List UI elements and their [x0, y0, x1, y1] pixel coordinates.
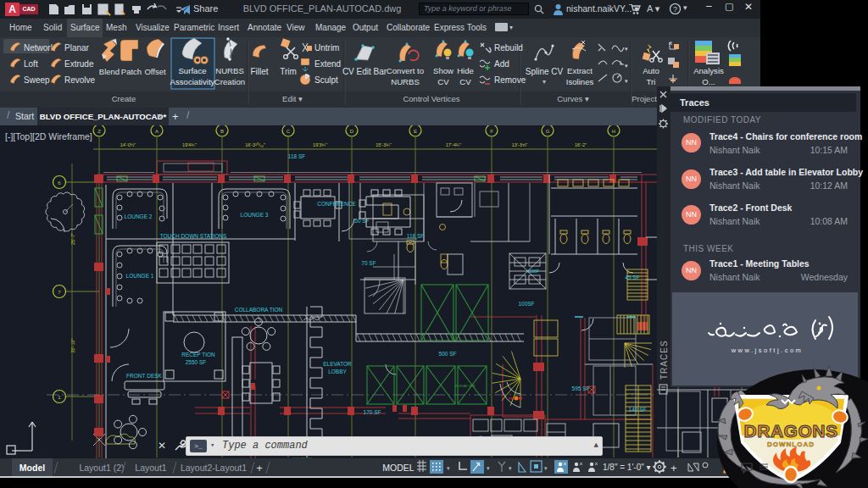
svg-text:118 SF: 118 SF — [288, 153, 306, 159]
svg-text:FRONT DESK: FRONT DESK — [126, 373, 162, 379]
svg-text:A: A — [155, 129, 159, 134]
svg-text:ELEVATOR: ELEVATOR — [323, 361, 352, 367]
svg-text:140 SF: 140 SF — [629, 407, 647, 413]
svg-text:Patch: Patch — [121, 67, 142, 76]
svg-text:19'4¾": 19'4¾" — [182, 142, 197, 147]
svg-text:595 SF: 595 SF — [572, 385, 590, 391]
svg-text:O...: O... — [702, 77, 715, 86]
svg-text:25'-7": 25'-7" — [70, 233, 75, 245]
svg-text:B: B — [220, 129, 224, 134]
svg-text:Extend: Extend — [314, 59, 341, 69]
svg-text:LOUNGE 3: LOUNGE 3 — [241, 212, 269, 218]
svg-text:Isolines: Isolines — [566, 77, 594, 86]
svg-text:Analysis: Analysis — [693, 66, 724, 75]
svg-text:Untrim: Untrim — [314, 43, 339, 53]
svg-text:Convert to: Convert to — [387, 66, 424, 75]
svg-text:Hide: Hide — [457, 66, 474, 75]
svg-text:Create: Create — [112, 94, 136, 103]
svg-text:16'-2": 16'-2" — [575, 142, 587, 147]
svg-text:C: C — [287, 129, 291, 134]
svg-text:Tri: Tri — [647, 77, 656, 86]
svg-text:Trim: Trim — [280, 67, 297, 76]
svg-text:Surface: Surface — [178, 66, 206, 75]
svg-text:Associativity: Associativity — [170, 77, 215, 86]
svg-text:20'-10": 20'-10" — [70, 338, 75, 352]
svg-text:16'-3¹⁵/₁₆": 16'-3¹⁵/₁₆" — [245, 142, 265, 147]
svg-text:Planar: Planar — [64, 43, 90, 53]
svg-text:+: + — [670, 462, 677, 474]
svg-text:CV Edit Bar: CV Edit Bar — [342, 67, 387, 76]
svg-text:CONFERENCE: CONFERENCE — [317, 201, 356, 207]
svg-text:Layout1: Layout1 — [135, 463, 167, 473]
svg-text:Layout2-Layout1: Layout2-Layout1 — [181, 463, 247, 473]
svg-text:45 SF: 45 SF — [625, 274, 639, 280]
svg-text:Rebuild: Rebuild — [494, 43, 523, 53]
svg-text:▾: ▾ — [544, 465, 548, 471]
svg-text:COLLABORA TION: COLLABORA TION — [235, 307, 283, 313]
svg-text:Loft: Loft — [24, 59, 38, 69]
svg-text:Auto: Auto — [643, 66, 659, 75]
svg-text:RECEP TION: RECEP TION — [181, 352, 215, 358]
svg-text:Blend: Blend — [99, 67, 120, 76]
svg-text:Layout1 (2): Layout1 (2) — [79, 463, 124, 473]
svg-text:▾: ▾ — [625, 78, 628, 84]
svg-text:Creation: Creation — [214, 77, 245, 86]
svg-text:LOBBY: LOBBY — [328, 369, 347, 374]
svg-text:Offset: Offset — [144, 67, 166, 76]
svg-text:LOUNGE 2: LOUNGE 2 — [125, 214, 153, 219]
svg-text:NURBS: NURBS — [215, 66, 244, 75]
svg-text:Sweep: Sweep — [24, 75, 50, 85]
svg-text:G: G — [546, 129, 550, 134]
svg-text:Curves ▾: Curves ▾ — [557, 94, 589, 103]
svg-text:TOUCH DOWN STATIONS: TOUCH DOWN STATIONS — [160, 233, 227, 239]
svg-text:www.jsoftj.com: www.jsoftj.com — [731, 347, 804, 354]
svg-text:15'-3¾": 15'-3¾" — [376, 142, 392, 147]
svg-text:Extrude: Extrude — [64, 59, 94, 69]
svg-text:Remove: Remove — [494, 75, 526, 85]
svg-text:70 SF: 70 SF — [361, 260, 376, 266]
svg-text:F: F — [490, 129, 493, 134]
svg-text:1008F: 1008F — [527, 269, 539, 274]
svg-text:MODEL: MODEL — [382, 463, 415, 473]
svg-text:Control Vertices: Control Vertices — [403, 94, 459, 103]
svg-text:CV: CV — [437, 77, 449, 86]
svg-text:Edit ▾: Edit ▾ — [282, 94, 303, 103]
svg-text:NURBS: NURBS — [391, 77, 420, 86]
svg-text:D: D — [350, 129, 354, 134]
svg-text:H: H — [612, 129, 615, 134]
svg-text:2550 SF: 2550 SF — [186, 359, 207, 365]
svg-text:Revolve: Revolve — [64, 75, 96, 85]
svg-text:Show: Show — [433, 66, 453, 75]
svg-text:CV: CV — [459, 77, 471, 86]
svg-text:▾: ▾ — [447, 465, 450, 471]
svg-text:170 SF: 170 SF — [364, 409, 381, 415]
svg-text:DOWNLOAD: DOWNLOAD — [767, 441, 815, 448]
svg-text:Spline CV: Spline CV — [526, 67, 564, 76]
svg-text:Network: Network — [24, 43, 56, 53]
svg-text:1/8" = 1'-0" ▾: 1/8" = 1'-0" ▾ — [603, 463, 651, 472]
svg-text:TRACES: TRACES — [659, 340, 669, 380]
svg-text:▾: ▾ — [625, 46, 628, 52]
svg-text:Model: Model — [19, 463, 45, 473]
svg-text:DRAGONS: DRAGONS — [744, 421, 838, 441]
svg-text:FFE: FFE — [509, 396, 515, 401]
svg-text:14'-0½": 14'-0½" — [120, 142, 136, 147]
svg-text:Add: Add — [494, 59, 509, 69]
svg-text:118 SF: 118 SF — [407, 233, 425, 239]
svg-text:E: E — [414, 129, 417, 134]
svg-text:?: ? — [673, 5, 677, 14]
svg-text:ELEVATORS: ELEVATORS — [455, 384, 476, 388]
svg-text:LOUNGE 1: LOUNGE 1 — [126, 273, 154, 279]
svg-text:Extract: Extract — [567, 66, 593, 75]
svg-text:Project: Project — [632, 94, 657, 103]
svg-text:▾: ▾ — [509, 465, 512, 471]
svg-text:▾: ▾ — [625, 63, 628, 69]
svg-text:▾: ▾ — [542, 78, 546, 86]
svg-text:Sculpt: Sculpt — [314, 75, 338, 85]
svg-text:100SF: 100SF — [518, 301, 534, 307]
svg-text:13'-3⅝": 13'-3⅝" — [512, 142, 528, 147]
svg-text:17'-4¼": 17'-4¼" — [446, 142, 462, 147]
svg-text:+: + — [256, 462, 263, 474]
svg-text:19'3¾": 19'3¾" — [313, 142, 327, 147]
svg-text:▾: ▾ — [487, 465, 490, 471]
